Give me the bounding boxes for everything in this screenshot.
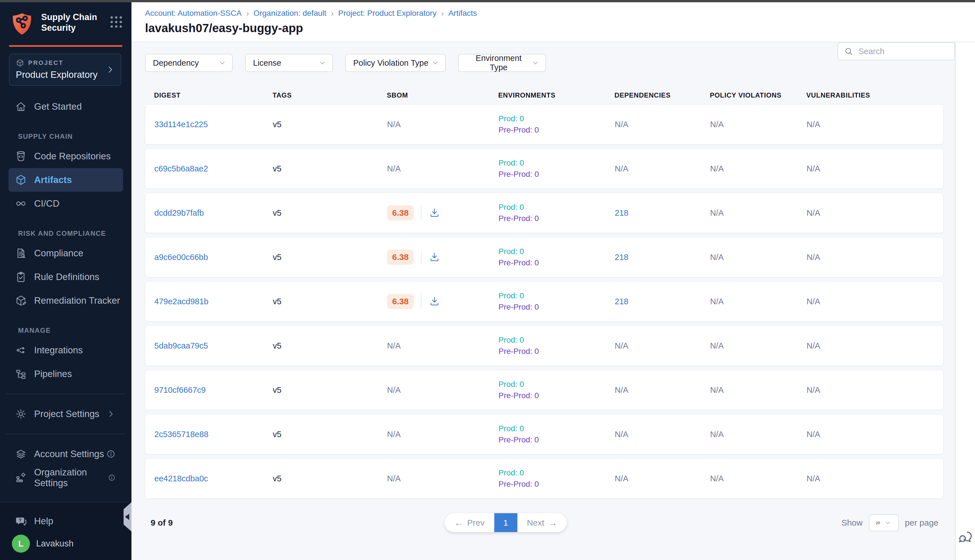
breadcrumb: Account: Automation-SSCA›Organization: d… xyxy=(145,8,975,18)
vulnerabilities-cell: N/A xyxy=(806,430,934,439)
next-page-button[interactable]: Next → xyxy=(518,513,567,532)
dependencies-value: N/A xyxy=(615,120,628,129)
environments-cell: Prod: 0Pre-Prod: 0 xyxy=(499,203,615,223)
env-preprod-count[interactable]: Pre-Prod: 0 xyxy=(499,214,615,223)
info-icon xyxy=(108,473,116,482)
digest-link[interactable]: dcdd29b7fafb xyxy=(154,208,204,217)
sidebar-item-label: Remediation Tracker xyxy=(34,295,120,306)
digest-link[interactable]: c69c5b6a8ae2 xyxy=(154,164,208,173)
digest-cell: c69c5b6a8ae2 xyxy=(154,164,273,173)
table-row: 9710cf6667c9v5N/AProd: 0Pre-Prod: 0N/AN/… xyxy=(145,370,943,410)
sbom-cell: 6.38 xyxy=(387,250,499,265)
window-top-strip xyxy=(0,0,975,2)
vulnerabilities-cell: N/A xyxy=(806,297,934,306)
env-prod-count[interactable]: Prod: 0 xyxy=(499,114,615,123)
env-preprod-count[interactable]: Pre-Prod: 0 xyxy=(499,170,615,179)
sidebar-item-project-settings[interactable]: Project Settings xyxy=(8,402,123,426)
sidebar-item-label: Organization Settings xyxy=(34,467,108,488)
dependencies-count-link[interactable]: 218 xyxy=(615,253,628,262)
digest-link[interactable]: ee4218cdba0c xyxy=(154,474,208,483)
dependencies-cell: 218 xyxy=(615,208,710,218)
download-sbom-button[interactable] xyxy=(429,207,440,218)
digest-link[interactable]: a9c6e00c66bb xyxy=(154,253,208,262)
sidebar-item-ci-cd[interactable]: CI/CD xyxy=(8,192,123,215)
filter-select-environment-type[interactable]: Environment Type xyxy=(458,54,546,72)
chevron-right-icon xyxy=(106,409,116,419)
env-preprod-count[interactable]: Pre-Prod: 0 xyxy=(499,391,615,400)
breadcrumb-separator-icon: › xyxy=(331,8,334,18)
policy-violations-value: N/A xyxy=(710,385,724,395)
sbom-cell: N/A xyxy=(387,120,499,129)
project-selector-label: PROJECT xyxy=(28,59,63,67)
env-preprod-count[interactable]: Pre-Prod: 0 xyxy=(499,435,615,444)
env-prod-count[interactable]: Prod: 0 xyxy=(499,380,615,389)
env-preprod-count[interactable]: Pre-Prod: 0 xyxy=(499,480,615,489)
doc-search-icon xyxy=(15,247,27,259)
sbom-cell: N/A xyxy=(387,430,499,439)
sidebar-item-rule-definitions[interactable]: Rule Definitions xyxy=(8,265,123,289)
app-window: Supply Chain Security PROJECT Product Ex… xyxy=(0,0,975,560)
sidebar-item-code-repositories[interactable]: Code Repositories xyxy=(8,144,123,168)
module-grid-icon[interactable] xyxy=(109,15,124,29)
help-chat-icon: ? xyxy=(15,515,27,527)
digest-link[interactable]: 2c5365718e88 xyxy=(154,430,209,439)
sidebar-item-integrations[interactable]: Integrations xyxy=(8,338,123,362)
breadcrumb-link-account-automation-ssca[interactable]: Account: Automation-SSCA xyxy=(145,9,242,18)
dependencies-count-link[interactable]: 218 xyxy=(615,208,628,217)
env-prod-count[interactable]: Prod: 0 xyxy=(499,158,615,167)
filter-select-policy-violation-type[interactable]: Policy Violation Type xyxy=(345,54,446,72)
sidebar-item-artifacts[interactable]: Artifacts xyxy=(8,168,123,192)
digest-link[interactable]: 9710cf6667c9 xyxy=(154,385,206,395)
digest-link[interactable]: 479e2acd981b xyxy=(154,297,209,306)
page-size-select[interactable]: 20 xyxy=(869,514,899,531)
env-preprod-count[interactable]: Pre-Prod: 0 xyxy=(499,347,615,356)
env-prod-count[interactable]: Prod: 0 xyxy=(499,291,615,300)
env-prod-count[interactable]: Prod: 0 xyxy=(499,424,615,433)
table-body: 33d114e1c225v5N/AProd: 0Pre-Prod: 0N/AN/… xyxy=(145,104,943,498)
current-page-button[interactable]: 1 xyxy=(494,513,518,532)
vulnerabilities-cell: N/A xyxy=(806,208,934,218)
sidebar-item-help[interactable]: ? Help xyxy=(0,510,132,532)
breadcrumb-link-artifacts[interactable]: Artifacts xyxy=(448,9,477,18)
sidebar-item-pipelines[interactable]: Pipelines xyxy=(8,362,123,386)
breadcrumb-link-project-product-exploratory[interactable]: Project: Product Exploratory xyxy=(338,9,437,18)
search-icon xyxy=(844,47,853,56)
search-input[interactable] xyxy=(858,47,949,56)
breadcrumb-link-organization-default[interactable]: Organization: default xyxy=(253,9,326,18)
environments-cell: Prod: 0Pre-Prod: 0 xyxy=(499,424,615,444)
filter-select-license[interactable]: License xyxy=(245,54,333,72)
sidebar-item-organization-settings[interactable]: Organization Settings xyxy=(8,466,123,490)
sidebar-item-remediation-tracker[interactable]: Remediation Tracker xyxy=(8,289,123,312)
vulnerabilities-value: N/A xyxy=(806,385,820,395)
sbom-cell: N/A xyxy=(387,164,499,173)
download-sbom-button[interactable] xyxy=(429,296,440,307)
sidebar-item-label: Rule Definitions xyxy=(34,272,99,282)
dependencies-cell: N/A xyxy=(615,120,710,129)
digest-link[interactable]: 5dab9caa79c5 xyxy=(154,341,208,350)
brand-underline xyxy=(9,45,122,47)
tags-cell: v5 xyxy=(273,341,387,350)
env-preprod-count[interactable]: Pre-Prod: 0 xyxy=(499,258,615,267)
supply-chain-security-logo-icon xyxy=(9,10,35,38)
sidebar-item-get-started[interactable]: Get Started xyxy=(8,95,123,118)
download-sbom-button[interactable] xyxy=(429,252,440,263)
project-selector[interactable]: PROJECT Product Exploratory xyxy=(9,53,121,86)
dependencies-count-link[interactable]: 218 xyxy=(615,297,628,306)
sidebar-item-account-settings[interactable]: Account Settings xyxy=(8,442,123,466)
env-prod-count[interactable]: Prod: 0 xyxy=(499,468,615,477)
env-prod-count[interactable]: Prod: 0 xyxy=(499,247,615,256)
env-prod-count[interactable]: Prod: 0 xyxy=(499,203,615,212)
filter-select-dependency[interactable]: Dependency xyxy=(145,54,233,72)
sbom-cell: N/A xyxy=(387,474,499,483)
sidebar-item-compliance[interactable]: Compliance xyxy=(8,242,123,265)
sbom-value: N/A xyxy=(387,341,401,350)
env-preprod-count[interactable]: Pre-Prod: 0 xyxy=(499,125,615,135)
digest-link[interactable]: 33d114e1c225 xyxy=(154,120,208,129)
feedback-chat-icon[interactable] xyxy=(957,529,973,545)
env-prod-count[interactable]: Prod: 0 xyxy=(499,335,615,345)
prev-page-button[interactable]: ← Prev xyxy=(445,513,494,532)
tag-value: v5 xyxy=(273,120,282,129)
sidebar-item-user-profile[interactable]: L Lavakush xyxy=(0,532,132,555)
digest-cell: dcdd29b7fafb xyxy=(154,208,273,218)
env-preprod-count[interactable]: Pre-Prod: 0 xyxy=(499,303,615,312)
